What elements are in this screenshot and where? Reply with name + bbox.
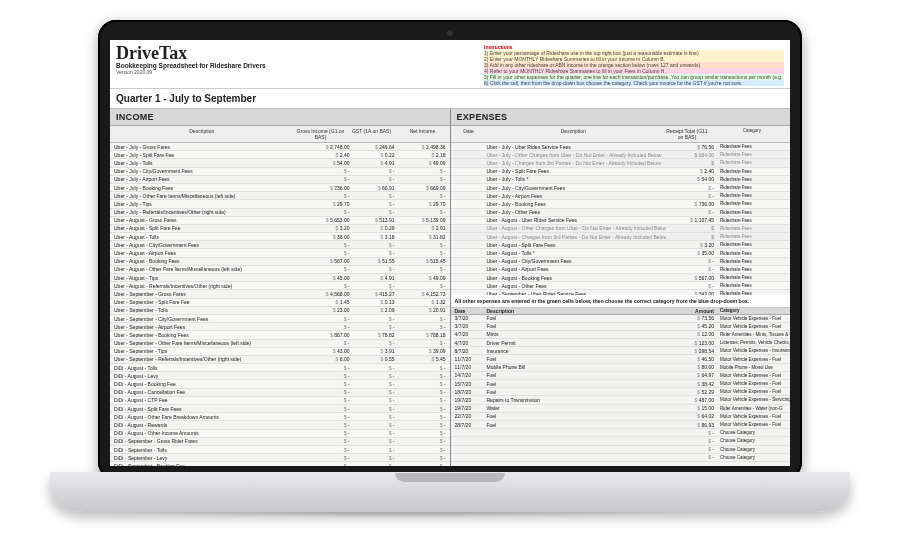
expense-row[interactable]: Uber - July - Other Charges from Uber - …: [451, 151, 791, 159]
cell-description[interactable]: Uber - July - Tolls: [110, 160, 302, 166]
income-row[interactable]: Uber - August - City/Government Fees---: [110, 241, 450, 249]
cell-category[interactable]: Rideshare Fees: [717, 242, 790, 247]
cell-amount[interactable]: [666, 160, 717, 166]
cell-date[interactable]: 3/7/20: [451, 323, 485, 329]
cell-gross[interactable]: -: [302, 463, 353, 466]
cell-gross[interactable]: 736.00: [302, 185, 353, 191]
expense-row[interactable]: Uber - July - Other Fees-Rideshare Fees: [451, 209, 791, 217]
cell-description[interactable]: DiDi - August - Cancellation Fee: [110, 389, 302, 395]
cell-category-dropdown[interactable]: Motor Vehicle Expenses - Fuel: [717, 324, 790, 329]
cell-description[interactable]: Fuel: [485, 323, 667, 329]
income-row[interactable]: Uber - September - Gross Fares4,568.0041…: [110, 290, 450, 298]
income-row[interactable]: Uber - August - Tolls36.003.1831.82: [110, 233, 450, 241]
cell-gst[interactable]: -: [353, 324, 398, 330]
cell-amount[interactable]: -: [666, 283, 717, 289]
cell-net[interactable]: -: [398, 283, 450, 289]
cell-description[interactable]: Uber - July - Other Fees: [485, 209, 667, 215]
cell-description[interactable]: Uber - July - Booking Fees: [485, 201, 667, 207]
cell-gross[interactable]: -: [302, 438, 353, 444]
cell-gross[interactable]: 45.00: [302, 275, 353, 281]
cell-description[interactable]: Uber - August - Airport Fees: [110, 250, 302, 256]
cell-net[interactable]: 5,139.09: [398, 217, 450, 223]
expense-row[interactable]: Uber - July - Airport Fees-Rideshare Fee…: [451, 192, 791, 200]
cell-category-dropdown[interactable]: Licences, Permits, Vehicle Checks, Medic: [717, 340, 790, 345]
cell-gst[interactable]: -: [353, 242, 398, 248]
income-row[interactable]: Uber - August - Booking Fees567.0051.555…: [110, 258, 450, 266]
other-expense-row[interactable]: 15/7/20Fuel38.42Motor Vehicle Expenses -…: [451, 380, 791, 388]
other-expense-row[interactable]: 4/7/20Mints12.00Rider Amenities - Mints,…: [451, 331, 791, 339]
other-expense-row[interactable]: 8/7/20Insurance298.54Motor Vehicle Expen…: [451, 347, 791, 355]
cell-net[interactable]: -: [398, 381, 450, 387]
cell-description[interactable]: DiDi - September - Tolls: [110, 447, 302, 453]
cell-description[interactable]: Uber - July - Split Fare Fee: [110, 152, 302, 158]
income-row[interactable]: DiDi - August - Other Income Amounts---: [110, 430, 450, 438]
expense-row[interactable]: Uber - August - Other Fees-Rideshare Fee…: [451, 282, 791, 290]
income-row[interactable]: DiDi - August - Booking Fee---: [110, 380, 450, 388]
cell-net[interactable]: -: [398, 397, 450, 403]
cell-description[interactable]: Uber - July - Referrals/Incentives/Other…: [110, 209, 302, 215]
cell-gross[interactable]: -: [302, 447, 353, 453]
cell-amount[interactable]: 15.00: [666, 405, 717, 411]
cell-gross[interactable]: 5,653.00: [302, 217, 353, 223]
other-expense-row[interactable]: 11/7/20Fuel46.50Motor Vehicle Expenses -…: [451, 355, 791, 363]
cell-amount[interactable]: 64.02: [666, 413, 717, 419]
cell-description[interactable]: Uber - July - Tolls *: [485, 176, 667, 182]
cell-net[interactable]: -: [398, 430, 450, 436]
income-row[interactable]: DiDi - September - Levy---: [110, 454, 450, 462]
cell-net[interactable]: 2,498.36: [398, 144, 450, 150]
cell-gst[interactable]: 3.18: [353, 234, 398, 240]
cell-category-dropdown[interactable]: Motor Vehicle Expenses - Insurance: [717, 348, 790, 353]
cell-net[interactable]: 31.82: [398, 234, 450, 240]
other-expense-row[interactable]: 3/7/20Fuel73.56Motor Vehicle Expenses - …: [451, 315, 791, 323]
cell-description[interactable]: Uber - September - City/Government Fees: [110, 316, 302, 322]
cell-gross[interactable]: 2.40: [302, 152, 353, 158]
cell-net[interactable]: -: [398, 176, 450, 182]
income-row[interactable]: Uber - July - Tolls54.004.9149.09: [110, 159, 450, 167]
cell-gst[interactable]: -: [353, 389, 398, 395]
cell-description[interactable]: Uber - September - Booking Fees: [110, 332, 302, 338]
cell-net[interactable]: -: [398, 266, 450, 272]
cell-category-dropdown[interactable]: Motor Vehicle Expenses - Fuel: [717, 414, 790, 419]
cell-description[interactable]: Uber - August - Airport Fees: [485, 266, 667, 272]
cell-gross[interactable]: -: [302, 209, 353, 215]
cell-gross[interactable]: 4,568.00: [302, 291, 353, 297]
cell-description[interactable]: Insurance: [485, 348, 667, 354]
cell-gst[interactable]: -: [353, 316, 398, 322]
cell-description[interactable]: Uber - September - Other Fare Items/Misc…: [110, 340, 302, 346]
other-expense-row[interactable]: -Choose Category: [451, 446, 791, 454]
cell-gst[interactable]: -: [353, 381, 398, 387]
cell-amount[interactable]: -: [666, 185, 717, 191]
cell-description[interactable]: Uber - September - Tolls: [110, 307, 302, 313]
cell-date[interactable]: 4/7/20: [451, 331, 485, 337]
income-row[interactable]: Uber - July - Gross Fares2,748.00249.642…: [110, 143, 450, 151]
cell-category[interactable]: Rideshare Fees: [717, 169, 790, 174]
cell-category-dropdown[interactable]: Rider Amenities - Water (non-G: [717, 406, 790, 411]
cell-net[interactable]: -: [398, 250, 450, 256]
income-row[interactable]: Uber - July - Booking Fees736.0066.91669…: [110, 184, 450, 192]
cell-description[interactable]: Fuel: [485, 389, 667, 395]
cell-amount[interactable]: -: [666, 430, 717, 436]
income-row[interactable]: Uber - August - Tips45.004.9149.09: [110, 274, 450, 282]
cell-description[interactable]: Uber - July - City/Government Fees: [485, 185, 667, 191]
expense-row[interactable]: Uber - July - Uber Rides Service Fees76.…: [451, 143, 791, 151]
cell-description[interactable]: DiDi - August - Other Income Amounts: [110, 430, 302, 436]
cell-description[interactable]: Uber - August - Tolls *: [485, 250, 667, 256]
cell-date[interactable]: 11/7/20: [451, 356, 485, 362]
expense-row[interactable]: Uber - July - Split Fare Fees2.40Ridesha…: [451, 168, 791, 176]
cell-category-dropdown[interactable]: Motor Vehicle Expenses - Fuel: [717, 316, 790, 321]
cell-gst[interactable]: -: [353, 266, 398, 272]
cell-net[interactable]: 49.09: [398, 160, 450, 166]
cell-gross[interactable]: 29.70: [302, 201, 353, 207]
cell-gross[interactable]: 23.00: [302, 307, 353, 313]
cell-category[interactable]: Rideshare Fees: [717, 259, 790, 264]
cell-gst[interactable]: -: [353, 250, 398, 256]
cell-gross[interactable]: 567.00: [302, 258, 353, 264]
cell-description[interactable]: Uber - August - Gross Fares: [110, 217, 302, 223]
cell-amount[interactable]: 76.56: [666, 144, 717, 150]
cell-description[interactable]: Mints: [485, 331, 667, 337]
cell-amount[interactable]: -: [666, 258, 717, 264]
cell-amount[interactable]: 1,107.45: [666, 217, 717, 223]
expense-row[interactable]: Uber - July - Tolls *54.00Rideshare Fees: [451, 176, 791, 184]
cell-category-dropdown[interactable]: Choose Category: [717, 438, 790, 443]
cell-description[interactable]: Uber - July - Split Fare Fees: [485, 168, 667, 174]
